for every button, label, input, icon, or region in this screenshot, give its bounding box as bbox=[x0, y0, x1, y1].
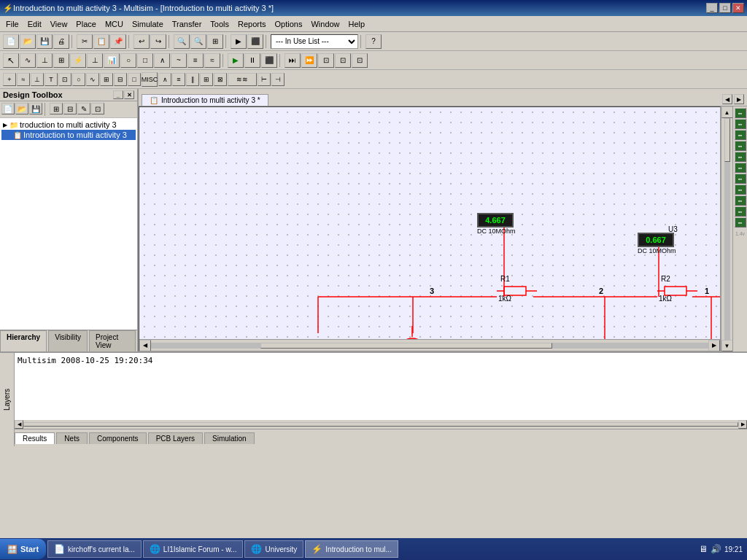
scroll-right-btn[interactable]: ▶ bbox=[708, 340, 720, 351]
tab-visibility[interactable]: Visibility bbox=[48, 330, 88, 351]
sidebar-icon-7[interactable]: ▪▪ bbox=[735, 174, 746, 184]
tb-save[interactable]: 💾 bbox=[36, 34, 53, 49]
menu-help[interactable]: Help bbox=[344, 18, 370, 30]
tb2-misc2[interactable]: ∧ bbox=[154, 53, 170, 68]
h-scroll-track[interactable] bbox=[151, 343, 708, 349]
tb2-meter[interactable]: 📊 bbox=[104, 53, 120, 68]
tb2-run2[interactable]: ▶ bbox=[228, 53, 244, 68]
tb3-13[interactable]: ∥ bbox=[186, 73, 199, 86]
tb3-4[interactable]: T bbox=[44, 73, 58, 86]
u3-top-meter[interactable]: 4.667 DC 10MOhm bbox=[477, 213, 514, 228]
tree-item-schematic[interactable]: 📋 Introduction to multi activity 3 bbox=[1, 130, 136, 140]
dt-btn6[interactable]: ✎ bbox=[77, 103, 90, 114]
tb-paste[interactable]: 📌 bbox=[110, 34, 126, 49]
tb3-5[interactable]: ⊡ bbox=[58, 73, 71, 86]
dt-save[interactable]: 💾 bbox=[29, 103, 42, 114]
tb2-power[interactable]: ⚡ bbox=[70, 53, 86, 68]
bottom-scroll-right[interactable]: ▶ bbox=[738, 420, 747, 429]
sidebar-icon-5[interactable]: ▪▪ bbox=[735, 152, 746, 162]
tb2-misc1[interactable]: □ bbox=[137, 53, 153, 68]
tb3-1[interactable]: + bbox=[3, 73, 16, 86]
sidebar-icon-4[interactable]: ▪▪ bbox=[735, 141, 746, 151]
menu-transfer[interactable]: Transfer bbox=[168, 18, 206, 30]
tb2-source[interactable]: ○ bbox=[120, 53, 136, 68]
tb2-misc8[interactable]: ⊡ bbox=[352, 53, 368, 68]
tb-stop[interactable]: ⬛ bbox=[247, 34, 263, 49]
sidebar-icon-9[interactable]: ▪▪ bbox=[735, 195, 746, 206]
tab-project-view[interactable]: Project View bbox=[89, 330, 136, 351]
scroll-up-btn[interactable]: ▲ bbox=[721, 106, 733, 118]
tb3-12[interactable]: ≡ bbox=[172, 73, 185, 86]
tb3-10[interactable]: □ bbox=[128, 73, 141, 86]
tb3-2[interactable]: ≈ bbox=[17, 73, 30, 86]
tb3-6[interactable]: ○ bbox=[72, 73, 85, 86]
scroll-down-btn[interactable]: ▼ bbox=[721, 340, 733, 351]
taskbar-item-islamic-forum[interactable]: 🌐 LI1Islamic Forum - w... bbox=[143, 540, 244, 558]
menu-view[interactable]: View bbox=[46, 18, 72, 30]
taskbar-item-kirchhoff[interactable]: 📄 kirchoff's current la... bbox=[47, 540, 142, 558]
tb-zoom-out[interactable]: 🔍 bbox=[190, 34, 206, 49]
h-scroll-thumb[interactable] bbox=[260, 343, 552, 349]
minimize-button[interactable]: _ bbox=[706, 3, 718, 13]
menu-tools[interactable]: Tools bbox=[206, 18, 233, 30]
dt-new[interactable]: 📄 bbox=[1, 103, 15, 114]
tb3-18[interactable]: ⊣ bbox=[271, 73, 285, 86]
menu-reports[interactable]: Reports bbox=[233, 18, 271, 30]
v-scroll-track[interactable] bbox=[724, 118, 730, 340]
doc-tab-main[interactable]: 📋 Introduction to multi activity 3 * bbox=[142, 94, 268, 106]
close-button[interactable]: ✕ bbox=[732, 3, 744, 13]
tb-zoom-fit[interactable]: ⊞ bbox=[207, 34, 223, 49]
sidebar-icon-10[interactable]: ▪▪ bbox=[735, 206, 746, 217]
tb3-14[interactable]: ⊞ bbox=[200, 73, 213, 86]
tb-zoom-in[interactable]: 🔍 bbox=[174, 34, 190, 49]
dt-btn7[interactable]: ⊡ bbox=[91, 103, 104, 114]
tb2-misc7[interactable]: ⊡ bbox=[335, 53, 351, 68]
tb2-misc5[interactable]: ≈ bbox=[204, 53, 220, 68]
tb-new[interactable]: 📄 bbox=[3, 34, 19, 49]
sidebar-icon-2[interactable]: ▪▪ bbox=[735, 119, 746, 129]
tab-nav-left[interactable]: ◀ bbox=[722, 94, 732, 104]
tree-item-project[interactable]: ▶ 📁 troduction to multi activity 3 bbox=[1, 120, 136, 130]
start-button[interactable]: 🪟 Start bbox=[0, 539, 46, 559]
tb2-stop2[interactable]: ⬛ bbox=[261, 53, 277, 68]
u3-right-meter[interactable]: 0.667 DC 10MOhm bbox=[638, 233, 674, 247]
tb-undo[interactable]: ↩ bbox=[133, 34, 150, 49]
sidebar-icon-8[interactable]: ▪▪ bbox=[735, 184, 746, 195]
tab-nav-right[interactable]: ▶ bbox=[734, 94, 744, 104]
tb2-fast[interactable]: ⏩ bbox=[301, 53, 317, 68]
sidebar-icon-11[interactable]: ▪▪ bbox=[735, 217, 746, 228]
menu-edit[interactable]: Edit bbox=[23, 18, 46, 30]
sidebar-icon-6[interactable]: ▪▪ bbox=[735, 163, 746, 173]
tb2-select[interactable]: ↖ bbox=[3, 53, 19, 68]
dt-open[interactable]: 📂 bbox=[15, 103, 28, 114]
tb2-misc3[interactable]: ~ bbox=[171, 53, 187, 68]
bottom-scroll-track[interactable] bbox=[23, 422, 738, 427]
tb3-8[interactable]: ⊞ bbox=[100, 73, 113, 86]
in-use-list-dropdown[interactable]: --- In Use List --- bbox=[271, 34, 358, 49]
bottom-scroll-thumb[interactable] bbox=[23, 422, 738, 427]
tb2-step[interactable]: ⏭ bbox=[285, 53, 301, 68]
schematic-area[interactable]: R1 1kΩ R2 1kΩ bbox=[139, 106, 721, 351]
v-scroll-thumb[interactable] bbox=[724, 118, 730, 162]
tb3-16[interactable]: ≋≋ bbox=[228, 73, 257, 86]
tb2-component[interactable]: ⊞ bbox=[53, 53, 69, 68]
tb3-15[interactable]: ⊠ bbox=[214, 73, 227, 86]
tab-results[interactable]: Results bbox=[15, 432, 55, 444]
dt-btn5[interactable]: ⊟ bbox=[63, 103, 77, 114]
tb-copy[interactable]: 📋 bbox=[93, 34, 109, 49]
tb-run[interactable]: ▶ bbox=[231, 34, 247, 49]
tray-icon-volume[interactable]: 🔊 bbox=[711, 544, 721, 554]
tb2-pause[interactable]: ⏸ bbox=[244, 53, 260, 68]
tb2-misc4[interactable]: ≡ bbox=[187, 53, 204, 68]
tb-cut[interactable]: ✂ bbox=[77, 34, 93, 49]
menu-window[interactable]: Window bbox=[306, 18, 344, 30]
menu-simulate[interactable]: Simulate bbox=[128, 18, 168, 30]
tab-simulation[interactable]: Simulation bbox=[204, 432, 255, 444]
restore-button[interactable]: □ bbox=[719, 3, 731, 13]
tb2-ground[interactable]: ⊥ bbox=[87, 53, 103, 68]
taskbar-item-university[interactable]: 🌐 University bbox=[244, 540, 303, 558]
toolbox-close-btn[interactable]: ✕ bbox=[124, 90, 134, 99]
tb-open[interactable]: 📂 bbox=[20, 34, 36, 49]
tb3-17[interactable]: ⊢ bbox=[258, 73, 271, 86]
tb-redo[interactable]: ↪ bbox=[150, 34, 166, 49]
